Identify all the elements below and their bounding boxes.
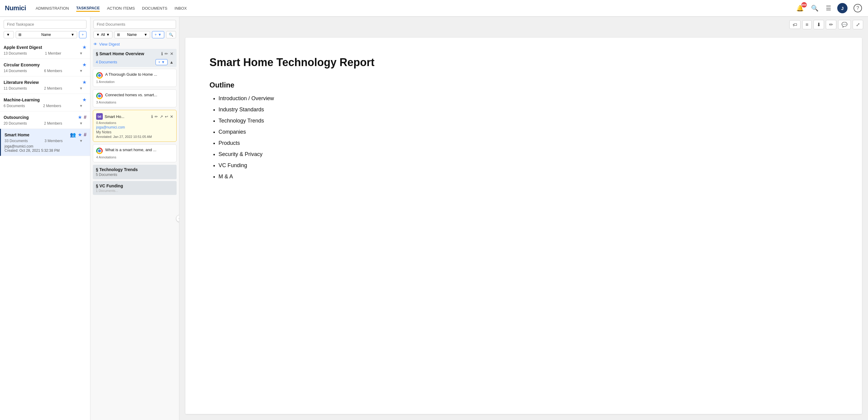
- collapse-section-icon[interactable]: ▲: [169, 60, 174, 64]
- help-icon: ?: [854, 4, 862, 12]
- search-icon: 🔍: [811, 5, 818, 11]
- doc-title: Smart Ho...: [104, 114, 150, 119]
- taskspace-name: Circular Economy: [4, 62, 40, 67]
- filter-all-button[interactable]: ▼ All ▼: [93, 31, 113, 38]
- outline-item: Companies: [218, 129, 838, 135]
- chevron-icon[interactable]: ▼: [79, 69, 83, 73]
- chevron-icon[interactable]: ▼: [79, 51, 83, 56]
- outline-item: Industry Standards: [218, 107, 838, 113]
- nav-documents[interactable]: DOCUMENTS: [142, 5, 167, 12]
- add-taskspace-button[interactable]: +: [79, 31, 87, 38]
- outline-item: M & A: [218, 173, 838, 180]
- doc-count: 13 Documents: [4, 51, 27, 56]
- nav-taskspace[interactable]: TASKSPACE: [76, 4, 100, 12]
- doc-card-thorough-guide[interactable]: A Thorough Guide to Home ... 1 Annotatio…: [93, 69, 177, 87]
- view-digest-button[interactable]: 👁 View Digest: [90, 41, 179, 49]
- close-doc-icon[interactable]: ✕: [170, 114, 173, 119]
- tag-tool-button[interactable]: 🏷: [789, 20, 801, 29]
- member-count: 6 Members: [44, 69, 62, 73]
- expand-tool-button[interactable]: ⤢: [852, 20, 863, 29]
- taskspace-name: Machine-Learning: [4, 97, 40, 102]
- forward-doc-icon[interactable]: ↩: [165, 114, 168, 119]
- filter-chevron-icon: ▼: [106, 33, 110, 37]
- doc-owner-email: joga@numici.com: [96, 125, 173, 130]
- chevron-icon[interactable]: ▼: [79, 121, 83, 125]
- filter-all-label: All: [101, 33, 105, 37]
- sort-name-button[interactable]: ⊞ Name ▼: [114, 31, 150, 38]
- sidebar-toolbar: ▼ ⊞ Name ▼ +: [0, 31, 90, 41]
- star-icon: ★: [82, 97, 87, 103]
- section-doc-count: 1 Documents...: [96, 189, 174, 193]
- sidebar-list: Apple Event Digest ★ 13 Documents 1 Memb…: [0, 41, 90, 420]
- doc-card-connected-homes[interactable]: Connected homes vs. smart... 3 Annotatio…: [93, 89, 177, 107]
- list-tool-button[interactable]: ≡: [802, 20, 812, 29]
- view-digest-label: View Digest: [99, 42, 120, 47]
- search-docs-icon: 🔍: [169, 33, 173, 37]
- nav-action-items[interactable]: ACTION ITEMS: [107, 5, 135, 12]
- sidebar-item-smart-home[interactable]: Smart Home 👥 ★ # 33 Documents 3 Members …: [0, 129, 90, 156]
- taskspace-name: Outsourcing: [4, 115, 29, 120]
- share-doc-icon[interactable]: ↗: [160, 114, 163, 119]
- sidebar-item-machine-learning[interactable]: Machine-Learning ★ 6 Documents 2 Members…: [0, 94, 90, 111]
- taskspace-search-input[interactable]: [4, 20, 87, 29]
- section-technology-trends[interactable]: § Technology Trends 5 Documents: [93, 165, 177, 179]
- document-outline-title: Outline: [210, 81, 838, 89]
- menu-button[interactable]: ☰: [825, 3, 832, 13]
- sort-button[interactable]: ⊞ Name ▼: [16, 31, 77, 38]
- sidebar-item-apple-event-digest[interactable]: Apple Event Digest ★ 13 Documents 1 Memb…: [0, 41, 90, 59]
- taskspace-created: Created: Oct 28, 2021 5:32:38 PM: [4, 148, 87, 153]
- section-title: § Smart Home Overview: [96, 51, 144, 56]
- star-icon: ★: [82, 62, 87, 67]
- info-doc-icon[interactable]: ℹ: [151, 114, 153, 119]
- doc-title: What is a smart home, and ...: [105, 147, 173, 152]
- star-icon: ★: [78, 132, 82, 138]
- middle-toolbar: ▼ All ▼ ⊞ Name ▼ + ▼ 🔍: [90, 31, 179, 41]
- sidebar-item-outsourcing[interactable]: Outsourcing ★ # 20 Documents 2 Members ▼: [0, 111, 90, 129]
- edit-section-icon[interactable]: ✏: [164, 51, 168, 56]
- info-icon[interactable]: ℹ: [161, 51, 163, 56]
- sort-chevron-icon: ▼: [144, 33, 147, 37]
- chevron-icon[interactable]: ▼: [79, 139, 83, 143]
- doc-count: 33 Documents: [4, 139, 28, 143]
- search-docs-button[interactable]: 🔍: [166, 31, 176, 38]
- eye-icon: 👁: [93, 42, 97, 47]
- sidebar-item-circular-economy[interactable]: Circular Economy ★ 14 Documents 6 Member…: [0, 59, 90, 76]
- doc-card-smart-ho[interactable]: txt Smart Ho... ℹ ✏ ↗ ↩ ✕ 0 Annotations …: [93, 110, 177, 142]
- notification-badge: 650: [801, 2, 807, 7]
- edit-doc-icon[interactable]: ✏: [155, 114, 158, 119]
- section-smart-home-overview[interactable]: § Smart Home Overview ℹ ✏ ✕ 4 Documents …: [93, 49, 177, 67]
- chevron-icon[interactable]: ▼: [79, 104, 83, 108]
- sort-label: Name: [41, 33, 51, 37]
- doc-title: Connected homes vs. smart...: [105, 93, 173, 97]
- documents-search-container: [90, 17, 179, 31]
- nav-administration[interactable]: ADMINISTRATION: [36, 5, 69, 12]
- download-tool-button[interactable]: ⬇: [813, 20, 824, 29]
- documents-list: § Smart Home Overview ℹ ✏ ✕ 4 Documents …: [90, 49, 179, 420]
- notifications-button[interactable]: 🔔 650: [795, 3, 805, 13]
- member-count: 2 Members: [43, 104, 61, 108]
- chrome-icon: [96, 72, 103, 79]
- filter-button[interactable]: ▼: [4, 31, 14, 38]
- sidebar-item-literature-review[interactable]: Literature Review ★ 11 Documents 2 Membe…: [0, 76, 90, 94]
- add-section-doc-button[interactable]: + ▼: [156, 59, 167, 65]
- sort-icon: ⊞: [19, 33, 22, 37]
- annotated-date: Annotated: Jan 27, 2022 10:51:05 AM: [96, 135, 173, 139]
- close-section-icon[interactable]: ✕: [170, 51, 174, 56]
- comment-tool-button[interactable]: 💬: [838, 20, 851, 29]
- help-button[interactable]: ?: [852, 3, 863, 13]
- doc-title: A Thorough Guide to Home ...: [105, 72, 173, 77]
- add-document-button[interactable]: + ▼: [152, 31, 164, 38]
- comment-icon: 💬: [841, 22, 847, 27]
- edit-tool-button[interactable]: ✏: [826, 20, 836, 29]
- document-content: Smart Home Technology Report Outline Int…: [179, 32, 868, 420]
- doc-card-what-is-smart-home[interactable]: What is a smart home, and ... 4 Annotati…: [93, 144, 177, 162]
- chevron-icon[interactable]: ▼: [79, 86, 83, 90]
- avatar-button[interactable]: J: [837, 3, 847, 13]
- nav-inbox[interactable]: INBOX: [175, 5, 187, 12]
- search-button[interactable]: 🔍: [810, 3, 820, 13]
- taskspace-name: Smart Home: [4, 133, 29, 137]
- documents-search-input[interactable]: [93, 20, 176, 29]
- doc-annotation-count: 4 Annotations: [96, 156, 173, 159]
- section-vc-funding[interactable]: § VC Funding 1 Documents...: [93, 181, 177, 195]
- doc-count: 6 Documents: [4, 104, 25, 108]
